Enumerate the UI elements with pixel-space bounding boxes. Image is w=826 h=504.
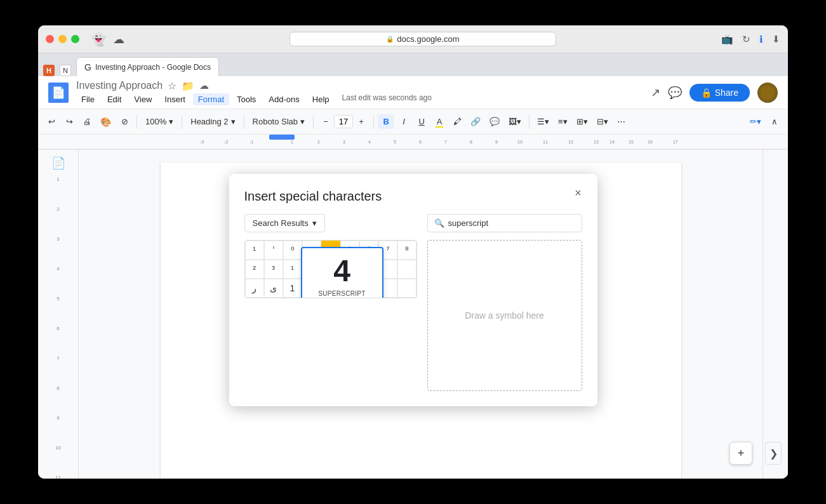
logo-doc-icon: 📄 [51, 86, 65, 100]
align-button[interactable]: ☰▾ [533, 114, 553, 129]
svg-text:6: 6 [419, 140, 422, 144]
print-button[interactable]: 🖨 [79, 114, 95, 129]
menu-tools[interactable]: Tools [232, 93, 261, 105]
menu-file[interactable]: File [76, 93, 100, 105]
text-color-button[interactable]: A [431, 114, 448, 129]
svg-text:-2: -2 [224, 140, 228, 144]
char-cell[interactable]: ی [264, 279, 283, 298]
search-input[interactable] [448, 218, 575, 228]
svg-text:16: 16 [648, 140, 653, 144]
title-bar: 👻 ☁ 🔒 docs.google.com 📺 ↻ ℹ ⬇ [38, 25, 788, 53]
svg-text:7: 7 [444, 140, 447, 144]
char-cell[interactable]: 1 [283, 279, 302, 298]
minimize-button[interactable] [58, 35, 67, 43]
underline-button[interactable]: U [413, 114, 430, 129]
char-cell[interactable]: ر [245, 279, 264, 298]
char-cell[interactable]: ¹ [283, 260, 302, 279]
vertical-ruler: 1234567891011 [55, 176, 61, 479]
lock-share-icon: 🔒 [701, 88, 712, 98]
collapse-toolbar-button[interactable]: ∧ [766, 114, 783, 129]
maximize-button[interactable] [71, 35, 79, 43]
url-text: docs.google.com [397, 34, 459, 44]
star-icon[interactable]: ☆ [168, 80, 177, 92]
svg-text:5: 5 [394, 140, 396, 144]
heading-select[interactable]: Heading 2 ▾ [186, 114, 239, 129]
char-cell[interactable]: ² [245, 260, 264, 279]
char-cell[interactable] [397, 279, 416, 298]
user-avatar[interactable] [757, 83, 778, 103]
toolbar-divider-1 [137, 115, 137, 129]
numbered-list-button[interactable]: ⊞▾ [573, 114, 592, 129]
svg-text:4: 4 [368, 140, 371, 144]
preview-name: SUPERSCRIPT FOUR [310, 290, 375, 298]
char-cell[interactable]: ¹ [245, 241, 264, 260]
bold-button[interactable]: B [378, 114, 394, 129]
more-options-button[interactable]: ⋯ [613, 114, 630, 129]
search-input-box[interactable]: 🔍 [427, 214, 582, 232]
char-cell[interactable]: ⁰ [283, 241, 302, 260]
char-cell[interactable] [397, 260, 416, 279]
font-select[interactable]: Roboto Slab ▾ [248, 114, 310, 129]
page-nav-icon[interactable]: 📄 [51, 156, 65, 170]
search-results-dropdown[interactable]: Search Results ▾ [244, 214, 325, 232]
cast-icon[interactable]: 📺 [721, 34, 733, 45]
refresh-icon[interactable]: ↻ [742, 34, 750, 45]
menu-help[interactable]: Help [307, 93, 335, 105]
font-size-input[interactable] [334, 115, 353, 128]
search-results-label: Search Results [253, 218, 309, 228]
cloud-icon: ☁ [113, 32, 124, 46]
draw-symbol-area[interactable]: Draw a symbol here [427, 240, 582, 391]
menu-format[interactable]: Format [193, 93, 229, 105]
image-button[interactable]: 🖼▾ [505, 114, 525, 129]
clone-format-button[interactable]: ⊘ [116, 114, 133, 129]
collapse-sidebar-button[interactable]: ❯ [765, 442, 782, 465]
menu-view[interactable]: View [129, 93, 157, 105]
font-size-increase[interactable]: + [353, 114, 370, 129]
menu-edit[interactable]: Edit [102, 93, 126, 105]
char-cell[interactable]: ⁸ [397, 241, 416, 260]
modal-close-button[interactable]: × [570, 184, 587, 202]
italic-button[interactable]: I [396, 114, 412, 129]
editing-mode-button[interactable]: ✏▾ [746, 114, 765, 129]
redo-button[interactable]: ↪ [61, 114, 77, 129]
char-cell[interactable]: ³ [264, 260, 283, 279]
insert-special-characters-dialog: × Insert special characters Search Resul… [229, 174, 597, 406]
title-bar-icons: 📺 ↻ ℹ ⬇ [721, 34, 780, 45]
toolbar: ↩ ↪ 🖨 🎨 ⊘ 100% ▾ Heading 2 ▾ Roboto Slab… [38, 109, 788, 135]
svg-text:12: 12 [568, 140, 573, 144]
paint-format-button[interactable]: 🎨 [97, 114, 115, 129]
ruler: -3 -2 -1 1 2 3 4 5 6 7 8 9 10 11 12 13 1… [38, 135, 788, 150]
menu-insert[interactable]: Insert [159, 93, 190, 105]
close-button[interactable] [46, 35, 54, 43]
download-icon[interactable]: ⬇ [772, 34, 780, 45]
toolbar-divider-6 [529, 115, 530, 129]
share-button[interactable]: 🔒 Share [689, 84, 750, 102]
undo-button[interactable]: ↩ [43, 114, 60, 129]
app-logo: 📄 [48, 83, 69, 103]
toolbar-divider-3 [244, 115, 244, 129]
line-spacing-button[interactable]: ≡▾ [554, 114, 571, 129]
svg-text:3: 3 [343, 140, 345, 144]
link-button[interactable]: 🔗 [467, 114, 484, 129]
comment-toolbar-button[interactable]: 💬 [486, 114, 503, 129]
doc-title-text: Investing Approach [76, 80, 163, 91]
svg-text:13: 13 [594, 140, 599, 144]
folder-icon[interactable]: 📁 [182, 80, 194, 92]
svg-text:-1: -1 [250, 140, 253, 144]
font-size-decrease[interactable]: − [317, 114, 334, 129]
tab-favicon: G [84, 62, 91, 72]
address-bar[interactable]: 🔒 docs.google.com [290, 32, 556, 46]
char-cell[interactable]: ˈ [264, 241, 283, 260]
bullet-list-button[interactable]: ⊟▾ [593, 114, 612, 129]
menu-addons[interactable]: Add-ons [263, 93, 304, 105]
active-tab[interactable]: G Investing Approach - Google Docs [76, 57, 219, 76]
font-dropdown-icon: ▾ [300, 117, 305, 126]
comment-icon[interactable]: 💬 [668, 86, 682, 100]
highlight-button[interactable]: 🖍 [449, 114, 465, 129]
info-icon[interactable]: ℹ [759, 34, 763, 45]
cloud-status-icon[interactable]: ☁ [199, 80, 209, 91]
draw-placeholder-text: Draw a symbol here [465, 310, 544, 321]
zoom-select[interactable]: 100% ▾ [141, 114, 178, 129]
floating-action-button[interactable]: + [729, 442, 752, 465]
trending-icon[interactable]: ↗ [651, 86, 660, 100]
